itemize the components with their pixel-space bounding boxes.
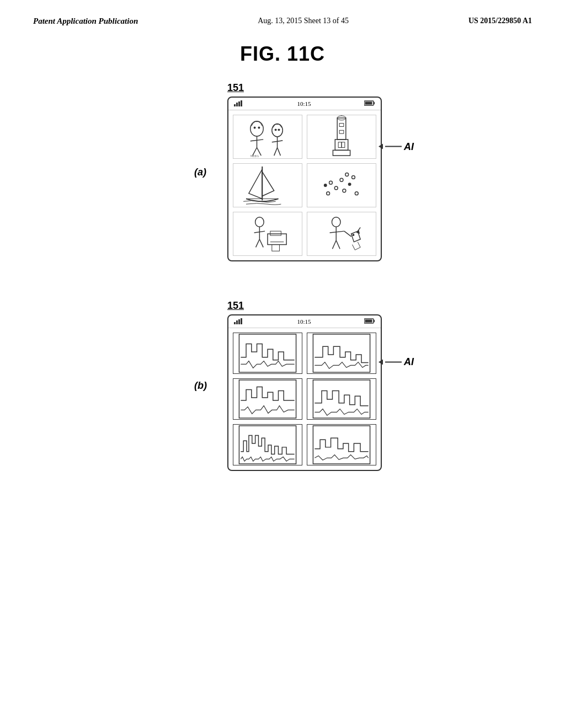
- svg-point-20: [275, 129, 277, 131]
- svg-rect-67: [365, 320, 372, 323]
- chart-cell-2: [307, 333, 376, 374]
- svg-line-47: [259, 239, 263, 248]
- ai-label-b: AI: [379, 356, 414, 368]
- svg-rect-2: [238, 101, 240, 106]
- status-time-a: 10:15: [297, 100, 311, 107]
- ai-text-b: AI: [404, 356, 414, 368]
- image-grid-a: NEEG: [228, 110, 381, 260]
- svg-rect-72: [239, 426, 296, 464]
- svg-rect-28: [339, 130, 344, 133]
- svg-point-37: [343, 189, 346, 192]
- svg-line-54: [330, 231, 344, 233]
- phone-frame-b: AI 10:15: [227, 314, 382, 471]
- svg-rect-66: [374, 320, 375, 322]
- svg-rect-61: [234, 322, 236, 324]
- svg-rect-49: [270, 231, 281, 235]
- device-label-b: 151: [227, 300, 244, 312]
- ai-text-a: AI: [404, 141, 414, 152]
- page-header: Patent Application Publication Aug. 13, …: [0, 0, 565, 31]
- svg-line-56: [336, 240, 340, 249]
- signal-icon-a: [234, 100, 244, 108]
- svg-point-42: [345, 173, 349, 176]
- svg-rect-3: [241, 100, 242, 106]
- image-cell-shopping: [307, 212, 376, 256]
- arrow-line-a: [385, 146, 402, 147]
- svg-line-18: [274, 148, 278, 156]
- chart-cell-4: [307, 378, 376, 420]
- svg-line-19: [278, 148, 281, 156]
- svg-point-52: [332, 217, 340, 227]
- image-cell-sailboat: [233, 163, 302, 207]
- svg-rect-22: [337, 118, 346, 140]
- svg-rect-51: [272, 245, 280, 251]
- svg-point-38: [348, 183, 351, 186]
- header-patent-number: US 2015/229850 A1: [468, 17, 532, 25]
- svg-rect-1: [236, 103, 238, 106]
- svg-point-35: [334, 186, 338, 190]
- svg-text:NEEG: NEEG: [250, 154, 259, 158]
- svg-point-39: [352, 175, 355, 179]
- figure-title: FIG. 11C: [240, 42, 325, 66]
- ai-arrow-b: [379, 359, 402, 365]
- svg-rect-63: [238, 319, 240, 324]
- chart-grid-b: [228, 328, 381, 470]
- svg-point-13: [258, 126, 260, 129]
- ai-label-a: AI: [379, 141, 414, 152]
- chart-cell-3: [233, 378, 302, 420]
- image-cell-scatter: [307, 163, 376, 207]
- svg-rect-64: [241, 318, 242, 324]
- header-publication-type: Patent Application Publication: [33, 17, 138, 26]
- diagram-section-a: 151 (a) AI: [227, 82, 382, 261]
- arrow-line-b: [385, 361, 402, 362]
- page-content: FIG. 11C 151 (a) AI: [0, 31, 565, 510]
- chart-cell-5: [233, 424, 302, 465]
- svg-line-46: [256, 239, 260, 248]
- svg-point-58: [353, 234, 355, 236]
- status-time-b: 10:15: [297, 318, 311, 325]
- header-date-sheet: Aug. 13, 2015 Sheet 13 of 45: [258, 17, 349, 25]
- diagram-section-b: 151 (b) AI: [227, 300, 382, 471]
- svg-rect-24: [333, 150, 350, 156]
- image-cell-printer: [233, 212, 302, 256]
- arrow-head-a: [379, 144, 383, 149]
- svg-point-43: [255, 217, 264, 227]
- svg-rect-29: [338, 142, 342, 148]
- status-bar-a: 10:15: [228, 98, 381, 110]
- svg-point-12: [254, 126, 256, 129]
- svg-point-34: [329, 181, 333, 184]
- svg-rect-30: [342, 142, 345, 148]
- arrow-head-b: [379, 359, 383, 365]
- ai-arrow-a: [379, 144, 402, 149]
- svg-rect-62: [236, 320, 238, 324]
- svg-point-41: [327, 192, 330, 195]
- chart-cell-6: [307, 424, 376, 465]
- image-cell-anime: NEEG: [233, 115, 302, 159]
- svg-line-55: [332, 240, 336, 249]
- image-cell-tower: [307, 115, 376, 159]
- signal-icon-b: [234, 318, 244, 325]
- svg-point-7: [250, 121, 263, 136]
- svg-point-33: [324, 184, 327, 187]
- svg-point-40: [355, 192, 358, 195]
- section-b-label: (b): [194, 380, 207, 392]
- svg-rect-6: [365, 102, 372, 105]
- status-bar-b: 10:15: [228, 315, 381, 328]
- phone-frame-a: AI 10:15: [227, 97, 382, 261]
- svg-line-57: [344, 231, 351, 237]
- svg-point-15: [272, 124, 283, 137]
- svg-point-21: [278, 129, 280, 131]
- battery-icon-b: [364, 318, 375, 325]
- battery-icon-a: [364, 100, 375, 108]
- svg-rect-0: [234, 104, 236, 106]
- svg-rect-5: [374, 102, 375, 104]
- device-label-a: 151: [227, 82, 244, 94]
- svg-point-36: [340, 178, 343, 181]
- section-a-label: (a): [194, 166, 206, 178]
- chart-cell-1: [233, 333, 302, 374]
- svg-rect-27: [339, 124, 344, 127]
